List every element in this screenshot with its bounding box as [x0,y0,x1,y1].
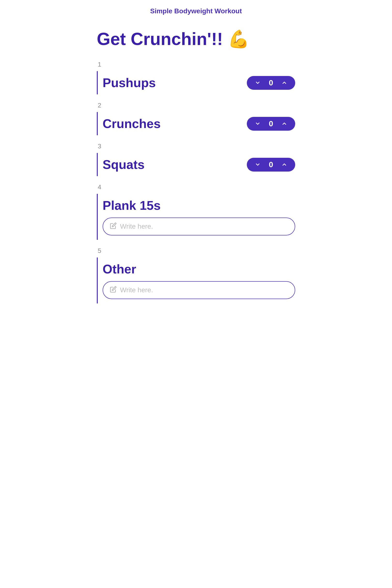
pencil-icon-5 [110,286,117,294]
counter-value-2: 0 [268,119,275,128]
counter-control-3: 0 [247,158,295,172]
main-heading: Get Crunchin'!! 💪 [97,30,295,49]
exercise-row-3: Squats0 [97,153,295,176]
exercise-section-2: 2Crunches0 [97,102,295,135]
exercise-name-5: Other [102,262,295,276]
exercise-row-2: Crunches0 [97,112,295,135]
decrement-button-2[interactable] [254,120,262,128]
exercise-name-2: Crunches [102,116,161,131]
exercise-section-4: 4Plank 15s [97,184,295,240]
exercise-row-1: Pushups0 [97,71,295,94]
exercise-number-5: 5 [97,247,295,254]
pencil-icon-4 [110,222,117,230]
increment-button-2[interactable] [280,120,288,128]
text-input-field-5[interactable] [120,286,288,294]
exercise-name-3: Squats [102,157,144,172]
exercise-number-3: 3 [97,142,295,150]
decrement-button-1[interactable] [254,79,262,87]
page-title: Simple Bodyweight Workout [97,0,295,20]
counter-value-3: 0 [268,160,275,169]
exercise-number-1: 1 [97,61,295,68]
counter-value-1: 0 [268,78,275,87]
exercise-name-1: Pushups [102,76,156,90]
exercise-name-4: Plank 15s [102,198,295,213]
exercise-number-4: 4 [97,184,295,191]
increment-button-3[interactable] [280,161,288,168]
exercise-row-4: Plank 15s [97,194,295,240]
exercise-number-2: 2 [97,102,295,109]
text-input-wrapper-5 [102,281,295,299]
exercise-section-1: 1Pushups0 [97,61,295,94]
counter-control-2: 0 [247,117,295,131]
exercise-section-5: 5Other [97,247,295,304]
exercise-section-3: 3Squats0 [97,142,295,176]
counter-control-1: 0 [247,76,295,90]
decrement-button-3[interactable] [254,161,262,168]
text-input-wrapper-4 [102,218,295,236]
increment-button-1[interactable] [280,79,288,87]
text-input-field-4[interactable] [120,222,288,230]
exercise-row-5: Other [97,258,295,304]
